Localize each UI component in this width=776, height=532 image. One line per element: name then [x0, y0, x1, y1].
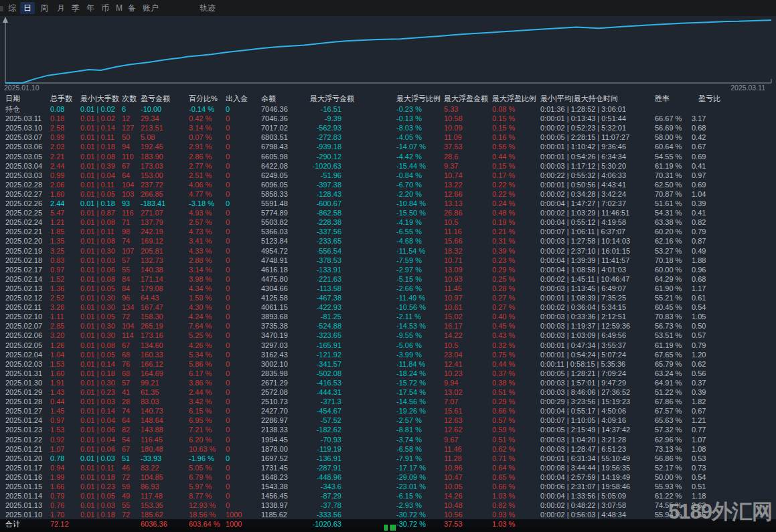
cell-max_float_loss: -272.83 [317, 132, 341, 142]
cell-balance: 2138.33 [261, 425, 288, 434]
table-row[interactable]: 2025.02.072.850.01 | 0.30104265.197.64 %… [0, 321, 776, 331]
table-row[interactable]: 2025.02.041.040.01 | 0.0568160.335.34 %0… [0, 350, 776, 359]
table-row[interactable]: 2025.01.200.780.01 | 0.0351-33.93-1.96 %… [0, 454, 776, 463]
table-row[interactable]: 2025.01.220.920.01 | 0.0454116.456.20 %0… [0, 435, 776, 444]
table-row[interactable]: 2025.02.282.060.01 | 0.11104237.724.06 %… [0, 180, 776, 189]
table-row[interactable]: 2025.01.151.660.01 | 0.235986.935.97 %01… [0, 482, 776, 491]
tab-notes[interactable]: 备 [128, 3, 136, 13]
tab-weekly[interactable]: 周 [40, 3, 48, 13]
cell-max_float_profit_pct: 0.29 % [492, 397, 515, 406]
cell-in_out: 0 [226, 387, 230, 397]
cell-date: 2025.02.17 [5, 265, 42, 274]
tab-yearly[interactable]: 年 [86, 3, 94, 13]
cell-min_max_lots: 0.01 | 0.05 [80, 189, 115, 199]
cell-hold_times: 0:00:06 | 2:31:07 | 19:58:46 [540, 482, 630, 491]
cell-max_float_profit_pct: 0.27 % [492, 302, 515, 312]
tab-magic[interactable]: M [116, 3, 123, 13]
tab-account[interactable]: 账户 [143, 3, 159, 13]
table-row[interactable]: 2025.01.280.440.01 | 0.032883.033.42 %02… [0, 397, 776, 406]
tab-currency[interactable]: 币 [101, 3, 109, 13]
table-row[interactable]: 2025.01.211.070.01 | 0.0667180.4810.63 %… [0, 444, 776, 454]
table-row[interactable]: 2025.02.262.440.01 | 0.1893-183.41-3.18 … [0, 199, 776, 208]
table-row[interactable]: 2025.02.031.530.01 | 0.1476166.125.86 %0… [0, 359, 776, 369]
tab-daily[interactable]: 日 [20, 2, 35, 14]
cell-date: 2025.02.10 [5, 312, 42, 321]
table-row[interactable]: 2025.02.122.520.01 | 0.309664.431.59 %04… [0, 293, 776, 302]
table-row[interactable]: 2025.03.070.990.01 | 0.11505.080.07 %068… [0, 132, 776, 142]
cell-pl_ratio: 1.20 [692, 350, 706, 359]
table-row[interactable]: 2025.01.161.990.01 | 0.1872104.856.79 %0… [0, 472, 776, 482]
table-row[interactable]: 2025.02.101.110.01 | 0.0572158.304.24 %0… [0, 312, 776, 321]
table-row[interactable]: 2025.03.030.990.01 | 0.0464153.002.51 %0… [0, 171, 776, 180]
cell-max_float_loss_pct: -6.70 % [396, 180, 422, 189]
table-row[interactable]: 2025.01.140.790.01 | 0.0549117.488.77 %0… [0, 491, 776, 501]
cell-date: 2025.03.05 [5, 152, 42, 161]
table-row[interactable]: 2025.01.301.910.01 | 0.305799.213.86 %02… [0, 378, 776, 387]
cell-pnl: 173.16 [141, 331, 163, 340]
cell-date: 2025.01.31 [5, 369, 42, 378]
tab-monthly[interactable]: 月 [57, 3, 65, 13]
table-row[interactable]: 2025.01.311.600.01 | 0.1868164.696.17 %0… [0, 369, 776, 378]
cell-balance: 4125.58 [261, 293, 288, 302]
table-row[interactable]: 2025.02.180.830.01 | 0.0357132.732.88 %0… [0, 256, 776, 265]
table-row[interactable]: 2025.03.102.580.01 | 0.14127213.513.14 %… [0, 123, 776, 132]
cell-max_float_loss: -9.39 [325, 114, 341, 123]
table-row[interactable]: 2025.02.131.360.01 | 0.0584179.084.34 %0… [0, 284, 776, 293]
table-row[interactable]: 2025.02.241.210.01 | 0.0871137.792.57 %0… [0, 217, 776, 227]
cell-max_float_loss_pct: -11.84 % [396, 359, 425, 369]
cell-date: 2025.01.10 [5, 510, 42, 519]
cell-pl_ratio: 0.41 [692, 208, 706, 217]
cell-total_lots: 3.20 [50, 331, 64, 340]
table-row[interactable]: 2025.02.201.350.01 | 0.0874169.123.41 %0… [0, 236, 776, 246]
cell-pct: 5.86 % [189, 359, 212, 369]
cell-balance: 5591.48 [261, 199, 288, 208]
table-row[interactable]: 2025.02.193.250.01 | 0.30107205.814.33 %… [0, 246, 776, 256]
cell-min_max_lots: 0.01 | 0.06 [80, 425, 115, 434]
cell-in_out: 0 [226, 217, 230, 227]
cell-pct: 6.17 % [189, 369, 212, 378]
table-row[interactable]: 2025.02.170.970.01 | 0.0655140.383.14 %0… [0, 265, 776, 274]
column-header: 百分比% [189, 92, 218, 104]
cell-in_out: 0 [226, 472, 230, 482]
cell-win_rate: 62.16 % [655, 236, 682, 246]
cell-pct: 2.91 % [189, 142, 212, 151]
table-row[interactable]: 2025.03.052.210.01 | 0.08110183.902.86 %… [0, 152, 776, 161]
table-row[interactable]: 2025.01.271.450.01 | 0.1474140.736.15 %0… [0, 406, 776, 416]
tab-summary[interactable]: 综 [8, 3, 16, 13]
cell-pnl: 171.14 [141, 274, 163, 284]
cell-max_float_loss: -37.78 [321, 501, 341, 510]
cell-max_float_profit_pct: 0.21 % [492, 227, 515, 236]
cell-max_float_loss_pct: -10.56 % [396, 302, 426, 312]
table-row[interactable]: 2025.01.130.760.01 | 0.0355153.3512.93 %… [0, 501, 776, 510]
cell-pnl: 271.07 [141, 208, 163, 217]
table-row[interactable]: 2025.02.063.200.01 | 0.30114173.165.25 %… [0, 331, 776, 340]
cell-pl_ratio: 1.21 [692, 416, 706, 425]
table-row[interactable]: 2025.01.240.970.01 | 0.0464148.646.95 %0… [0, 416, 776, 425]
cell-balance: 6605.98 [261, 152, 288, 161]
tab-quarterly[interactable]: 季 [72, 3, 80, 13]
table-row[interactable]: 2025.02.211.850.01 | 0.1198242.194.73 %0… [0, 227, 776, 236]
cell-total_lots: 0.97 [50, 265, 64, 274]
cell-balance: 6803.51 [261, 132, 288, 142]
cell-min_max_lots: 0.01 | 0.04 [80, 435, 115, 444]
table-row[interactable]: 2025.01.291.430.01 | 0.234161.352.44 %02… [0, 387, 776, 397]
table-row[interactable]: 2025.03.042.440.01 | 0.3967173.032.77 %0… [0, 161, 776, 171]
tab-trajectory[interactable]: 轨迹 [200, 3, 216, 13]
table-row[interactable]: 2025.02.113.260.01 | 0.30134167.474.30 %… [0, 302, 776, 312]
table-row[interactable]: 2025.02.255.470.01 | 0.87116271.074.93 %… [0, 208, 776, 217]
table-row[interactable]: 2025.02.271.600.01 | 0.05103266.854.77 %… [0, 189, 776, 199]
cell-max_float_loss: -467.38 [317, 293, 341, 302]
table-row-open-position[interactable]: 持仓0.080.01 | 0.026-10.00-0.14 %07046.36-… [0, 104, 776, 114]
table-row[interactable]: 2025.02.141.520.01 | 0.0884171.143.98 %0… [0, 274, 776, 284]
table-row[interactable]: 2025.02.051.260.01 | 0.0867134.604.26 %0… [0, 341, 776, 350]
cell-pct: 0.42 % [189, 114, 212, 123]
cell-min_max_lots: 0.01 | 0.30 [80, 302, 115, 312]
table-row[interactable]: 2025.01.101.700.01 | 0.1872185.6218.56 %… [0, 510, 776, 519]
cell-total_lots: 1.60 [50, 189, 64, 199]
table-row[interactable]: 2025.01.231.530.01 | 0.0682143.887.21 %0… [0, 425, 776, 434]
table-totals-row[interactable]: 合计72.126036.36603.64 %1000-1020.63-30.72… [0, 519, 776, 527]
cell-in_out: 0 [226, 284, 230, 293]
table-row[interactable]: 2025.03.110.180.01 | 0.021229.340.42 %07… [0, 114, 776, 123]
table-row[interactable]: 2025.01.170.940.01 | 0.114683.225.05 %01… [0, 463, 776, 472]
table-row[interactable]: 2025.03.062.030.01 | 0.1894192.452.91 %0… [0, 142, 776, 151]
